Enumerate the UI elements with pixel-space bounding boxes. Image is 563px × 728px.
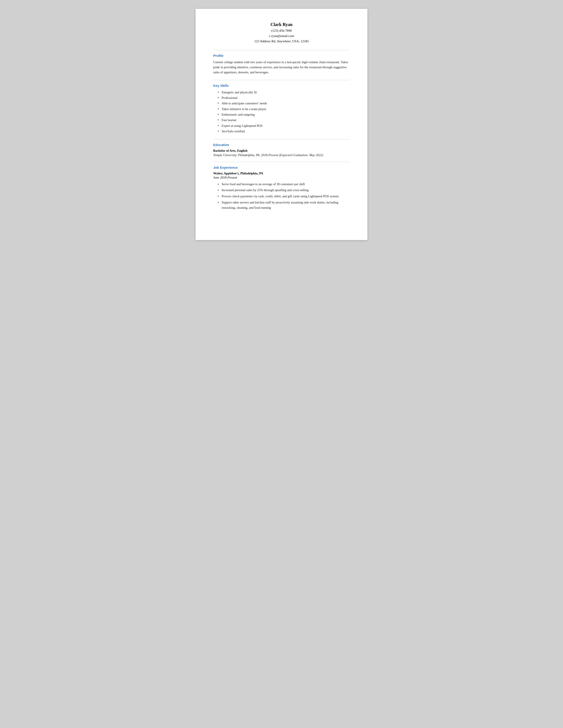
candidate-name: Clark Ryan — [213, 22, 350, 27]
candidate-email: c.ryan@email.com — [213, 33, 350, 39]
education-school: Temple University, Philadelphia, PA, 201… — [213, 153, 350, 157]
job-responsibility-item: Serve food and beverages to an average o… — [218, 182, 350, 187]
profile-title: Profile — [213, 54, 350, 57]
job-responsibilities-list: Serve food and beverages to an average o… — [213, 182, 350, 211]
skill-item: Able to anticipate customers’ needs — [218, 101, 350, 106]
resume-header: Clark Ryan (123) 456-7890 c.ryan@email.c… — [213, 22, 350, 44]
key-skills-title: Key Skills — [213, 84, 350, 87]
profile-section: Profile Current college student with two… — [213, 50, 350, 75]
education-degree: Bachelor of Arts, English — [213, 149, 350, 153]
job-experience-title: Job Experience — [213, 166, 350, 169]
job-experience-section: Job Experience Waiter, Applebee’s, Phila… — [213, 162, 350, 211]
job-responsibility-item: Increased personal sales by 25% through … — [218, 188, 350, 193]
skill-item: Energetic and physically fit — [218, 90, 350, 95]
profile-body: Current college student with two years o… — [213, 60, 350, 75]
education-section: Education Bachelor of Arts, English Temp… — [213, 139, 350, 157]
skill-item: Takes initiative to be a team player — [218, 106, 350, 112]
skill-item: Expert at using Lightspeed POS — [218, 123, 350, 129]
skill-item: Enthusiastic and outgoing — [218, 112, 350, 117]
resume-page: Clark Ryan (123) 456-7890 c.ryan@email.c… — [196, 9, 367, 240]
job-responsibility-item: Process check payments via cash, credit,… — [218, 194, 350, 199]
job-responsibility-item: Support other servers and kitchen staff … — [218, 200, 350, 211]
job-dates: June 2018-Present — [213, 176, 350, 179]
education-title: Education — [213, 143, 350, 147]
skill-item: Professional — [218, 95, 350, 101]
skill-item: Fast learner — [218, 117, 350, 123]
candidate-phone: (123) 456-7890 — [213, 28, 350, 33]
job-title: Waiter, Applebee’s, Philadelphia, PA — [213, 172, 350, 175]
profile-divider — [213, 50, 350, 50]
key-skills-section: Key Skills Energetic and physically fitP… — [213, 80, 350, 134]
candidate-address: 123 Address Rd, Anywhere, USA, 12345 — [213, 39, 350, 44]
skills-list: Energetic and physically fitProfessional… — [213, 90, 350, 134]
skill-item: ServSafe-certified — [218, 129, 350, 134]
